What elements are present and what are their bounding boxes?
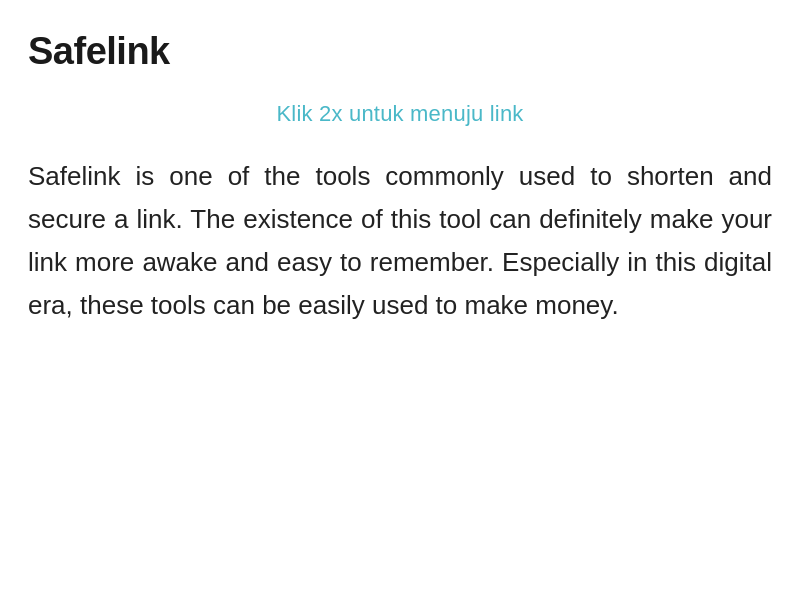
subtitle-link[interactable]: Klik 2x untuk menuju link [28,101,772,127]
page-title: Safelink [28,30,772,73]
description-text: Safelink is one of the tools commonly us… [28,155,772,327]
